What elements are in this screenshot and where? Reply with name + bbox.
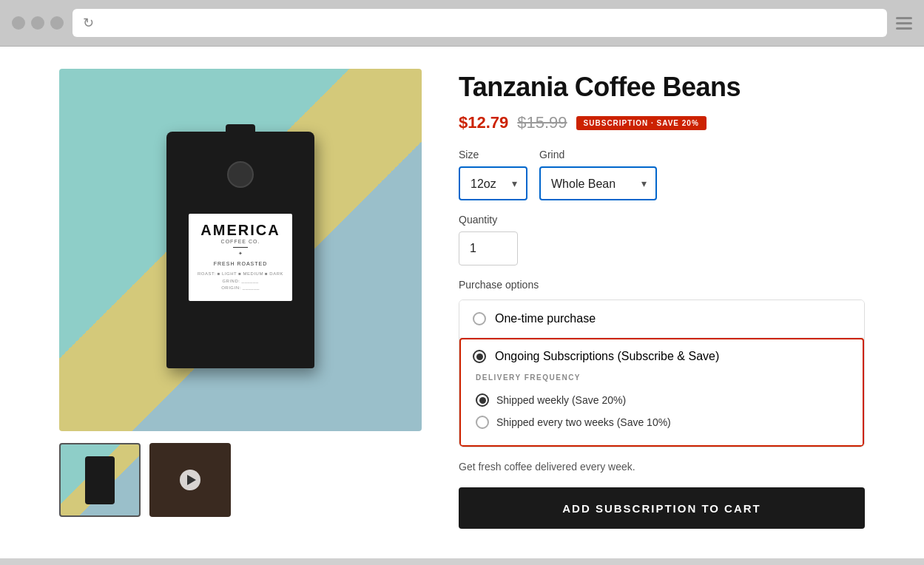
- purchase-options-label: Purchase options: [459, 279, 865, 291]
- grind-select-wrapper[interactable]: Whole Bean Coarse Grind Medium Grind Fin…: [539, 166, 657, 200]
- bag-label: AMERICA COFFEE CO. ✦ FRESH ROASTED ROAST…: [189, 214, 292, 301]
- bag-roasted-text: FRESH ROASTED: [195, 261, 286, 266]
- freq-biweekly-option[interactable]: Shipped every two weeks (Save 10%): [476, 411, 851, 433]
- subscription-radio[interactable]: [473, 350, 486, 363]
- product-title: Tanzania Coffee Beans: [459, 72, 865, 103]
- play-button[interactable]: [180, 470, 200, 490]
- subscription-option[interactable]: Ongoing Subscriptions (Subscribe & Save)…: [459, 338, 864, 447]
- one-time-radio[interactable]: [473, 312, 486, 325]
- product-layout: AMERICA COFFEE CO. ✦ FRESH ROASTED ROAST…: [59, 69, 865, 529]
- subscription-badge: SUBSCRIPTION · SAVE 20%: [576, 116, 707, 130]
- delivery-freq-label: DELIVERY FREQUENCY: [476, 373, 851, 382]
- subscription-label: Ongoing Subscriptions (Subscribe & Save): [495, 350, 719, 363]
- browser-dot-3: [50, 16, 64, 30]
- menu-line-1: [896, 17, 912, 19]
- browser-dots: [12, 16, 64, 30]
- size-grind-group: Size 12oz 2lb 5lb Grind: [459, 149, 865, 200]
- thumbnail-1[interactable]: [59, 443, 141, 517]
- coffee-bag: AMERICA COFFEE CO. ✦ FRESH ROASTED ROAST…: [166, 132, 314, 368]
- freq-weekly-option[interactable]: Shipped weekly (Save 20%): [476, 389, 851, 411]
- selects-row: Size 12oz 2lb 5lb Grind: [459, 149, 865, 200]
- size-field: Size 12oz 2lb 5lb: [459, 149, 527, 200]
- thumb-bag: [85, 456, 115, 504]
- subscription-radio-inner: [476, 353, 483, 360]
- bag-circle: [227, 161, 254, 188]
- product-image-section: AMERICA COFFEE CO. ✦ FRESH ROASTED ROAST…: [59, 69, 422, 517]
- browser-menu-button[interactable]: [896, 17, 912, 30]
- play-triangle-icon: [187, 475, 196, 485]
- grind-field: Grind Whole Bean Coarse Grind Medium Gri…: [539, 149, 657, 200]
- freq-weekly-radio-inner: [479, 397, 486, 404]
- product-main-image: AMERICA COFFEE CO. ✦ FRESH ROASTED ROAST…: [59, 69, 422, 431]
- delivery-note: Get fresh coffee delivered every week.: [459, 461, 865, 473]
- page-content: AMERICA COFFEE CO. ✦ FRESH ROASTED ROAST…: [0, 47, 924, 558]
- bag-info: ROAST: ■ LIGHT ■ MEDIUM ■ DARK GRIND: __…: [195, 271, 286, 292]
- bag-brand-text: AMERICA: [195, 223, 286, 237]
- purchase-options-group: Purchase options One-time purchase: [459, 279, 865, 447]
- browser-dot-2: [31, 16, 44, 30]
- thumbnail-2[interactable]: [149, 443, 231, 517]
- browser-chrome: ↻: [0, 0, 924, 47]
- bag-fresh-text: ✦: [195, 251, 286, 257]
- price-current: $12.79: [459, 113, 508, 132]
- purchase-options-box: One-time purchase Ongoing Subscriptions …: [459, 300, 865, 447]
- quantity-label: Quantity: [459, 214, 865, 226]
- size-select[interactable]: 12oz 2lb 5lb: [459, 166, 527, 200]
- menu-line-2: [896, 22, 912, 24]
- freq-biweekly-radio[interactable]: [476, 416, 489, 429]
- price-row: $12.79 $15.99 SUBSCRIPTION · SAVE 20%: [459, 113, 865, 132]
- add-to-cart-button[interactable]: ADD SUBSCRIPTION TO CART: [459, 487, 865, 529]
- address-bar[interactable]: ↻: [72, 9, 887, 37]
- freq-weekly-radio[interactable]: [476, 393, 489, 407]
- size-select-wrapper[interactable]: 12oz 2lb 5lb: [459, 166, 527, 200]
- refresh-icon[interactable]: ↻: [83, 15, 94, 31]
- price-original: $15.99: [517, 113, 567, 132]
- quantity-group: Quantity: [459, 214, 865, 265]
- one-time-option[interactable]: One-time purchase: [459, 300, 864, 338]
- one-time-label: One-time purchase: [495, 312, 596, 325]
- product-info-section: Tanzania Coffee Beans $12.79 $15.99 SUBS…: [459, 69, 865, 529]
- quantity-input[interactable]: [459, 231, 518, 265]
- thumbnail-row: [59, 443, 422, 517]
- freq-biweekly-label: Shipped every two weeks (Save 10%): [496, 416, 671, 428]
- grind-select[interactable]: Whole Bean Coarse Grind Medium Grind Fin…: [539, 166, 657, 200]
- bag-divider: [233, 247, 248, 248]
- browser-dot-1: [12, 16, 25, 30]
- delivery-frequency: DELIVERY FREQUENCY Shipped weekly (Save …: [473, 373, 851, 433]
- size-label: Size: [459, 149, 527, 160]
- grind-label: Grind: [539, 149, 657, 160]
- subscription-header[interactable]: Ongoing Subscriptions (Subscribe & Save): [473, 350, 851, 363]
- freq-weekly-label: Shipped weekly (Save 20%): [496, 394, 626, 406]
- bag-sub-text: COFFEE CO.: [195, 239, 286, 244]
- menu-line-3: [896, 27, 912, 30]
